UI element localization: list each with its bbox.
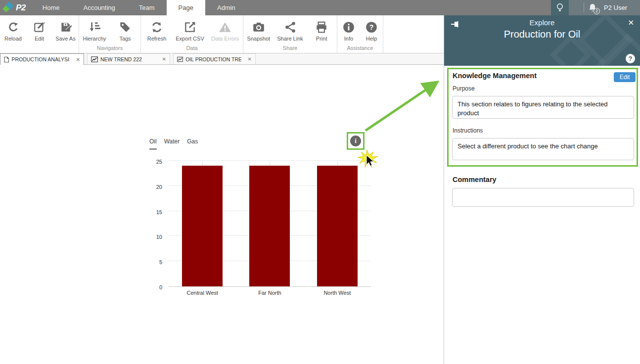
ribbon-group-navigators: Hierarchy Tags Navigators xyxy=(79,15,141,53)
trend-icon xyxy=(91,56,98,62)
series-tab-gas[interactable]: Gas xyxy=(187,138,198,150)
y-tick-label: 20 xyxy=(156,184,162,190)
series-tab-oil[interactable]: Oil xyxy=(149,138,157,150)
lightbulb-button[interactable] xyxy=(551,0,569,15)
series-tabs: OilWaterGas xyxy=(149,138,198,150)
warning-icon xyxy=(219,19,231,35)
nav-item-home[interactable]: Home xyxy=(31,0,72,15)
svg-text:?: ? xyxy=(369,23,374,31)
page-tab-bar: PRODUCTION ANALYSIS ✕ NEW TREND 222 ✕ OI… xyxy=(0,53,444,65)
chart-x-labels: Central WestFar NorthNorth West xyxy=(169,290,371,296)
ribbon-group-data: Refresh Export CSV Data Errors xyxy=(141,15,243,53)
x-category-label: Central West xyxy=(169,290,236,296)
chart-columns xyxy=(169,161,371,286)
hierarchy-button[interactable]: Hierarchy xyxy=(79,17,110,45)
chart-column xyxy=(304,161,371,286)
edit-icon xyxy=(33,19,46,35)
ribbon-toolbar: Reload Edit Save As xyxy=(0,15,444,53)
main-content: OilWaterGas 0510152025 Central WestFar N… xyxy=(0,65,444,364)
topbar-right: 2 P2 User xyxy=(551,0,640,15)
tag-icon xyxy=(119,19,132,35)
reload-icon xyxy=(7,19,20,35)
x-category-label: Far North xyxy=(236,290,303,296)
tab-new-trend-222[interactable]: NEW TREND 222 ✕ xyxy=(87,53,170,64)
user-menu[interactable]: P2 User xyxy=(602,0,640,15)
annotation-arrow xyxy=(366,84,434,131)
close-panel-icon[interactable]: ✕ xyxy=(628,18,634,27)
p2-logo-icon xyxy=(2,2,15,14)
y-tick-label: 0 xyxy=(159,284,162,290)
ribbon-group-page: Reload Edit Save As xyxy=(0,15,79,53)
ribbon-group-share: Snapshot Share Link Print xyxy=(243,15,337,53)
export-csv-icon xyxy=(183,19,196,35)
snapshot-button[interactable]: Snapshot xyxy=(243,17,274,45)
purpose-label: Purpose xyxy=(453,85,475,92)
instructions-label: Instructions xyxy=(453,127,483,134)
edit-knowledge-button[interactable]: Edit xyxy=(614,72,636,82)
chart-y-axis: 0510152025 xyxy=(147,161,166,287)
notification-badge: 2 xyxy=(594,8,600,14)
explore-panel-header: Explore Production for Oil ✕ ? xyxy=(444,15,640,66)
nav-item-accounting[interactable]: Accounting xyxy=(71,0,127,15)
share-link-button[interactable]: Share Link xyxy=(274,17,307,45)
hierarchy-icon xyxy=(88,19,101,35)
tab-oil-production-trend[interactable]: OIL PRODUCTION TREND ✕ xyxy=(173,53,256,64)
nav-item-team[interactable]: Team xyxy=(127,0,167,15)
data-errors-button[interactable]: Data Errors xyxy=(208,17,242,45)
close-tab-icon[interactable]: ✕ xyxy=(162,56,166,62)
chart-info-highlight-box: i xyxy=(347,132,365,150)
top-nav-bar: P2 Home Accounting Team Page Admin xyxy=(0,0,640,15)
bar-north-west[interactable] xyxy=(317,166,358,286)
knowledge-management-title: Knowledge Management xyxy=(453,72,537,80)
chart-column xyxy=(236,161,303,286)
camera-icon xyxy=(252,19,265,35)
save-as-button[interactable]: Save As xyxy=(52,17,79,50)
bar-far-north[interactable] xyxy=(249,166,290,286)
left-column: Reload Edit Save As xyxy=(0,15,444,364)
y-tick-label: 5 xyxy=(159,259,162,265)
y-tick-label: 25 xyxy=(156,159,162,165)
ribbon-group-assistance: Info ? Help Assistance xyxy=(337,15,383,53)
refresh-button[interactable]: Refresh xyxy=(141,17,172,45)
bar-central-west[interactable] xyxy=(182,166,223,286)
help-button[interactable]: ? Help xyxy=(360,17,383,45)
save-as-icon xyxy=(59,19,72,35)
chart-info-icon[interactable]: i xyxy=(350,136,361,146)
gridline xyxy=(169,160,371,161)
info-button[interactable]: Info xyxy=(337,17,360,45)
tags-button[interactable]: Tags xyxy=(110,17,140,45)
trend-icon xyxy=(177,56,183,62)
edit-button[interactable]: Edit xyxy=(26,17,52,50)
purpose-field[interactable]: This section relates to figures relating… xyxy=(452,96,634,119)
close-tab-icon[interactable]: ✕ xyxy=(76,57,80,62)
close-tab-icon[interactable]: ✕ xyxy=(248,56,252,62)
tab-production-analysis[interactable]: PRODUCTION ANALYSIS ✕ xyxy=(0,53,84,65)
share-icon xyxy=(284,19,297,35)
export-csv-button[interactable]: Export CSV xyxy=(172,17,208,45)
notifications-button[interactable]: 2 xyxy=(584,0,602,15)
document-icon xyxy=(4,56,9,63)
explore-panel: Explore Production for Oil ✕ ? Knowledge… xyxy=(444,15,640,364)
x-category-label: North West xyxy=(304,290,371,296)
app-window: P2 Home Accounting Team Page Admin xyxy=(0,0,640,364)
panel-help-icon[interactable]: ? xyxy=(626,54,635,63)
nav-item-page[interactable]: Page xyxy=(167,0,205,15)
help-icon: ? xyxy=(365,19,378,35)
print-button[interactable]: Print xyxy=(306,17,337,45)
y-tick-label: 10 xyxy=(156,234,162,240)
reload-button[interactable]: Reload xyxy=(0,17,26,50)
chart-plot xyxy=(169,161,371,287)
chart-column xyxy=(169,161,236,286)
instructions-field[interactable]: Select a different product to see the ch… xyxy=(452,138,634,160)
commentary-title: Commentary xyxy=(453,176,497,183)
main-nav: Home Accounting Team Page Admin xyxy=(31,0,247,15)
lightbulb-icon xyxy=(556,3,564,13)
info-icon xyxy=(342,19,355,35)
pin-icon[interactable] xyxy=(450,20,460,29)
series-tab-water[interactable]: Water xyxy=(164,138,180,150)
p2-logo: P2 xyxy=(0,0,31,15)
nav-item-admin[interactable]: Admin xyxy=(205,0,247,15)
commentary-field[interactable] xyxy=(452,188,634,207)
logo-text: P2 xyxy=(16,3,26,13)
refresh-icon xyxy=(150,19,163,35)
